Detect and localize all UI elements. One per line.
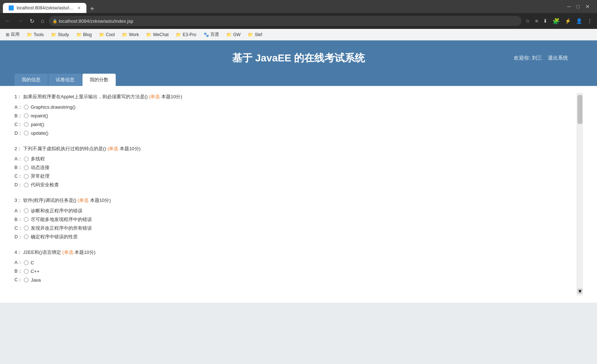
nav-tabs: 我的信息 试卷信息 我的分数 (14, 72, 590, 86)
reading-mode-icon[interactable]: ≡ (533, 17, 540, 25)
question-2-type: (单选 (107, 146, 118, 151)
question-2-number: 2： (14, 146, 22, 151)
page-title: 基于 JavaEE 的在线考试系统 (232, 51, 365, 65)
scroll-down-button[interactable]: ▼ (577, 289, 583, 294)
question-1-radio-a[interactable] (24, 105, 29, 109)
question-1-radio-c[interactable] (24, 122, 29, 127)
question-1-text: 如果应用程序要在Applet上显示输出，则必须重写的方法是() (23, 94, 148, 99)
new-tab-button[interactable]: + (86, 5, 98, 13)
bookmark-slef[interactable]: 📁 Slef (245, 31, 265, 39)
question-1-option-d: D： update() (14, 130, 570, 136)
bookmark-star-icon[interactable]: ☆ (524, 17, 532, 25)
question-4: 4： J2EE和()语言绑定 (单选 本题10分) A： C B： C++ (14, 249, 570, 283)
question-2-option-a: A： 多线程 (14, 156, 570, 162)
question-2-radio-b[interactable] (24, 165, 29, 170)
bookmark-e3pro[interactable]: 📁 E3-Pro (173, 31, 199, 39)
performance-icon[interactable]: ⚡ (563, 17, 573, 25)
question-4-text: J2EE和()语言绑定 (23, 250, 61, 255)
question-3-number: 3： (14, 198, 22, 203)
downloads-icon[interactable]: ⬇ (541, 17, 549, 25)
question-3-text: 软件(程序)调试的任务是() (23, 198, 76, 203)
maximize-button[interactable]: □ (577, 4, 580, 9)
question-4-radio-b[interactable] (24, 269, 29, 274)
baidu-icon: 🐾 (204, 32, 209, 37)
question-4-number: 4： (14, 250, 22, 255)
question-4-score: 本题10分) (74, 250, 95, 255)
question-1-title: 1： 如果应用程序要在Applet上显示输出，则必须重写的方法是() (单选 本… (14, 93, 570, 100)
app-header: 基于 JavaEE 的在线考试系统 欢迎你: 刘三 退出系统 我的信息 试卷信息… (0, 40, 597, 86)
home-button[interactable]: ⌂ (39, 16, 47, 26)
question-2-option-b: B： 动态连接 (14, 164, 570, 171)
scrollbar[interactable]: ▼ (577, 93, 583, 295)
question-3-option-a: A： 诊断和改正程序中的错误 (14, 208, 570, 214)
questions-area: 1： 如果应用程序要在Applet上显示输出，则必须重写的方法是() (单选 本… (14, 93, 577, 295)
tab-exam-info[interactable]: 试卷信息 (48, 74, 82, 86)
apps-icon: ⊞ (6, 32, 9, 37)
question-2-text: 下列不属于虚拟机执行过程的特点的是() (23, 146, 106, 151)
bookmark-study[interactable]: 📁 Study (48, 31, 72, 39)
question-3-option-d: D： 确定程序中错误的性质 (14, 234, 570, 240)
bookmark-cool[interactable]: 📁 Cool (96, 31, 118, 39)
back-button[interactable]: ← (3, 16, 13, 26)
lock-icon: 🔒 (52, 19, 57, 23)
bookmark-folder-icon-6: 📁 (146, 32, 152, 37)
bookmark-baidu[interactable]: 🐾 百度 (201, 30, 222, 39)
question-1-number: 1： (14, 94, 22, 99)
question-3-radio-a[interactable] (24, 208, 29, 213)
question-4-option-b: B： C++ (14, 268, 570, 274)
question-2-title: 2： 下列不属于虚拟机执行过程的特点的是() (单选 本题10分) (14, 145, 570, 152)
question-2-radio-d[interactable] (24, 183, 29, 187)
question-1: 1： 如果应用程序要在Applet上显示输出，则必须重写的方法是() (单选 本… (14, 93, 570, 136)
bookmark-apps[interactable]: ⊞ 应用 (3, 30, 22, 39)
bookmark-blog[interactable]: 📁 Blog (73, 31, 95, 39)
question-3: 3： 软件(程序)调试的任务是() (单选 本题10分) A： 诊断和改正程序中… (14, 197, 570, 240)
bookmark-work[interactable]: 📁 Work (119, 31, 142, 39)
address-bar-input[interactable] (49, 16, 521, 26)
tab-close-button[interactable]: ✕ (77, 6, 81, 10)
welcome-text: 欢迎你: 刘三 (514, 55, 542, 61)
question-2-radio-c[interactable] (24, 174, 29, 179)
bookmark-wechat[interactable]: 📁 WeChat (143, 31, 171, 39)
question-1-type: (单选 (149, 94, 160, 99)
question-3-option-b: B： 尽可能多地发现程序中的错误 (14, 216, 570, 223)
forward-button[interactable]: → (15, 16, 25, 26)
bookmark-tools[interactable]: 📁 Tools (24, 31, 47, 39)
extensions-icon[interactable]: 🧩 (551, 16, 562, 26)
tab-my-info[interactable]: 我的信息 (14, 74, 48, 86)
refresh-button[interactable]: ↻ (27, 16, 37, 26)
question-1-radio-d[interactable] (24, 131, 29, 135)
tab-favicon: 🌐 (9, 5, 14, 10)
header-user: 欢迎你: 刘三 退出系统 (514, 55, 568, 61)
bookmark-folder-icon-8: 📁 (226, 32, 232, 37)
bookmarks-bar: ⊞ 应用 📁 Tools 📁 Study 📁 Blog 📁 Cool 📁 Wor… (0, 29, 597, 40)
question-1-radio-b[interactable] (24, 113, 29, 118)
question-3-radio-d[interactable] (24, 234, 29, 239)
bookmark-folder-icon-2: 📁 (51, 32, 56, 37)
minimize-button[interactable]: ─ (567, 4, 571, 9)
question-3-radio-c[interactable] (24, 226, 29, 230)
question-2-option-c: C： 异常处理 (14, 173, 570, 179)
question-4-title: 4： J2EE和()语言绑定 (单选 本题10分) (14, 249, 570, 256)
question-3-score: 本题10分) (90, 198, 111, 203)
question-4-radio-a[interactable] (24, 260, 29, 265)
menu-icon[interactable]: ⋮ (585, 17, 594, 25)
question-3-type: (单选 (78, 198, 89, 203)
question-1-option-c: C： paint() (14, 121, 570, 128)
close-button[interactable]: ✕ (585, 4, 590, 9)
question-3-radio-b[interactable] (24, 217, 29, 222)
question-2-score: 本题10分) (120, 146, 141, 151)
question-3-option-c: C： 发现并改正程序中的所有错误 (14, 225, 570, 231)
page-content: 基于 JavaEE 的在线考试系统 欢迎你: 刘三 退出系统 我的信息 试卷信息… (0, 40, 597, 364)
browser-tab[interactable]: 🌐 localhost:8084/zxksw/astu/index... ✕ (3, 3, 86, 13)
profile-icon[interactable]: 👤 (574, 17, 584, 25)
scrollbar-thumb[interactable] (577, 95, 583, 124)
logout-button[interactable]: 退出系统 (548, 55, 568, 61)
question-4-option-c: C： Java (14, 277, 570, 283)
question-2-radio-a[interactable] (24, 157, 29, 161)
question-1-score: 本题10分) (161, 94, 182, 99)
question-2-option-d: D： 代码安全检查 (14, 182, 570, 188)
tab-my-score[interactable]: 我的分数 (82, 74, 116, 86)
question-3-title: 3： 软件(程序)调试的任务是() (单选 本题10分) (14, 197, 570, 204)
bookmark-gw[interactable]: 📁 GW (223, 31, 244, 39)
question-4-radio-c[interactable] (24, 278, 29, 282)
